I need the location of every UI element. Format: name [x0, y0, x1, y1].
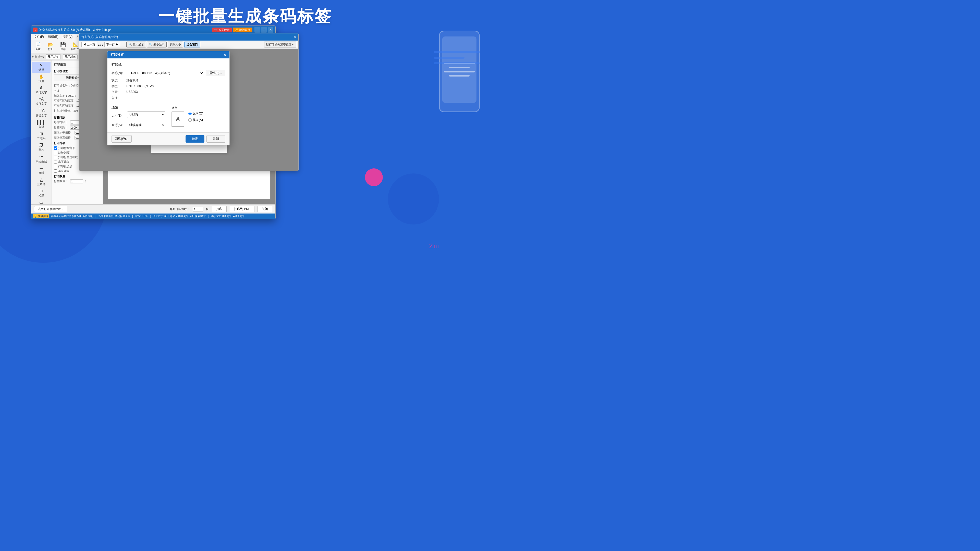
sidebar-item-text-multi[interactable]: ≡A 多行文字 [32, 96, 51, 106]
orientation-radios: 纵向(O) 横向(A) [188, 111, 203, 122]
portrait-label: 纵向(O) [192, 111, 203, 116]
sidebar-curve-label: 手绘曲线 [36, 160, 47, 164]
dialog-status-row: 状态: 准备就绪 [111, 78, 225, 83]
status-zoom: 缩放: 107% [135, 214, 148, 218]
dialog-paper-source-select[interactable]: 继续卷动 [127, 122, 165, 128]
v-offset-label: 整体垂直偏移： [54, 136, 73, 140]
sidebar-triangle-label: 三角形 [37, 183, 45, 186]
minimize-button[interactable]: ─ [255, 27, 260, 33]
tool-save[interactable]: 💾保存 [57, 41, 69, 52]
preview-close-btn[interactable]: 关闭 [258, 206, 272, 212]
qty-input[interactable] [70, 179, 83, 183]
landscape-radio[interactable] [188, 118, 192, 122]
dialog-cancel-btn[interactable]: 取消 [207, 135, 225, 143]
fit-window-btn[interactable]: 适合窗口 [184, 41, 200, 48]
dialog-paper-source-row: 来源(S): 继续卷动 [111, 122, 165, 128]
deco-handwriting: Zm [429, 242, 439, 250]
sidebar-text-arc-label: 圆弧文字 [36, 114, 47, 118]
sidebar-item-rect[interactable]: □ 矩形 [32, 188, 51, 198]
per-row-label: 每排打印： [54, 121, 69, 124]
opt-border-checkbox[interactable] [54, 156, 57, 159]
bg-circle-medium [388, 173, 439, 224]
opt-vmirror-checkbox[interactable] [54, 169, 57, 173]
title-bar-controls: ─ □ ✕ [255, 27, 273, 33]
text-arc-icon: ⌒A [38, 108, 45, 114]
print-resolution-btn[interactable]: 以打印机分辨率预览▼ [264, 41, 296, 48]
sidebar-item-scroll[interactable]: ✋ 滚屏 [32, 73, 51, 84]
dialog-paper-size-select[interactable]: USER [127, 111, 165, 118]
title-bar: 🔖 神奇条码标签打印系统 5.0 (免费试用) - 未命名1.lbcp* 🛒 购… [31, 26, 275, 34]
opt-rotate-checkbox[interactable] [54, 151, 57, 154]
maximize-button[interactable]: □ [261, 27, 267, 33]
sidebar-item-barcode[interactable]: ▌▌▌ 条码 [32, 119, 51, 130]
sidebar-item-text-single[interactable]: A 单行文字 [32, 85, 51, 95]
opt-hmirror-checkbox[interactable] [54, 160, 57, 164]
portrait-row: 纵向(O) [188, 111, 203, 116]
dialog-type-row: 类型: Deli DL-888B(NEW) [111, 84, 225, 89]
sidebar-line-label: 直线 [38, 171, 44, 175]
deco-bar-2 [449, 67, 469, 68]
help-link[interactable]: 💡 使用说明 [33, 214, 49, 218]
opt-bg-checkbox[interactable] [54, 146, 57, 150]
dialog-location-label: 位置: [111, 90, 124, 94]
menu-edit[interactable]: 编辑(E) [46, 34, 60, 40]
tool-open[interactable]: 📂打开 [45, 41, 56, 52]
dialog-status-value: 准备就绪 [126, 78, 138, 83]
sidebar-item-curve[interactable]: 〜 手绘曲线 [32, 153, 51, 165]
dialog-body: 打印机 名称(N): Deli DL-888B(NEW) (副本 2) 属性(P… [107, 59, 229, 132]
sidebar-item-line[interactable]: ─ 直线 [32, 165, 51, 176]
sidebar-item-triangle[interactable]: △ 三角形 [32, 176, 51, 187]
opt-cut-checkbox[interactable] [54, 165, 57, 168]
object-ops-label: 对象操作: [32, 55, 44, 59]
sidebar-item-text-arc[interactable]: ⌒A 圆弧文字 [32, 107, 51, 119]
network-btn[interactable]: 网络(W)... [111, 135, 132, 143]
app-icon: 🔖 [33, 27, 38, 32]
dialog-printer-select[interactable]: Deli DL-888B(NEW) (副本 2) [129, 70, 204, 76]
portrait-radio[interactable] [188, 112, 192, 115]
scroll-icon: ✋ [39, 74, 44, 79]
show-label-btn[interactable]: 显示标签 [46, 54, 61, 59]
print-btn[interactable]: 打印 [212, 206, 227, 212]
actual-size-btn[interactable]: 实际大小 [168, 41, 183, 48]
activate-btn[interactable]: 🔑 激活软件 [233, 27, 252, 32]
dialog-name-label: 名称(N): [111, 71, 127, 75]
next-page-btn[interactable]: 下一页 ▶ [104, 42, 120, 47]
copies-input[interactable] [192, 207, 203, 211]
prev-page-btn[interactable]: ◀ 上一页 [81, 42, 97, 47]
dialog-orientation-content: A 纵向(O) 横向(A) [172, 111, 225, 127]
print-pdf-btn[interactable]: 打印到 PDF [230, 206, 255, 212]
sidebar-item-image[interactable]: 🖼 图片 [32, 142, 51, 152]
sidebar-item-qrcode[interactable]: ⊞ 二维码 [32, 130, 51, 141]
opt-border-label: 打印标签边框线 [58, 156, 78, 159]
dialog-ok-btn[interactable]: 确定 [186, 135, 204, 143]
dialog-close-btn[interactable]: ✕ [223, 52, 226, 57]
advanced-print-btn[interactable]: 高级打印参数设置... [34, 206, 67, 212]
qty-label: 标签数量： [54, 179, 69, 183]
zoom-in-btn[interactable]: 🔍 放大显示 [126, 41, 146, 48]
status-sep-4: | [208, 215, 209, 218]
h-offset-label: 整体水平偏移： [54, 130, 73, 135]
shop-btn[interactable]: 🛒 购买软件 [212, 27, 232, 32]
zoom-out-btn[interactable]: 🔍 缩小显示 [147, 41, 167, 48]
close-button[interactable]: ✕ [268, 27, 273, 33]
dialog-properties-btn[interactable]: 属性(P)... [206, 70, 225, 76]
curve-icon: 〜 [39, 154, 43, 159]
barcode-icon: ▌▌▌ [37, 120, 45, 125]
opt-bg-label: 打印标签背景 [58, 146, 75, 150]
gap-label: 标签间距： [54, 125, 69, 129]
preview-close-x-btn[interactable]: ✕ [293, 35, 296, 39]
show-object-btn[interactable]: 显示对象 [63, 54, 78, 59]
sidebar-item-rounded-rect[interactable]: ▭ 圆角矩形 [32, 199, 51, 204]
sidebar-item-select[interactable]: ↖ 选择 [32, 62, 51, 73]
dialog-type-label: 类型: [111, 84, 124, 89]
dialog-location-row: 位置: USB003 [111, 90, 225, 94]
tool-new[interactable]: 📄新建 [32, 41, 44, 52]
deco-lines-right [434, 51, 480, 68]
deco-bar-3 [444, 71, 475, 73]
dialog-printer-section: 打印机 [111, 62, 225, 67]
status-sep-2: | [132, 215, 133, 218]
menu-view[interactable]: 视图(V) [60, 34, 75, 40]
menu-file[interactable]: 文件(F) [32, 34, 46, 40]
dialog-comment-label: 备注: [111, 96, 124, 100]
sidebar: ↖ 选择 ✋ 滚屏 A 单行文字 ≡A 多行文字 ⌒A 圆弧文字 ▌▌▌ 条码 [31, 60, 52, 204]
